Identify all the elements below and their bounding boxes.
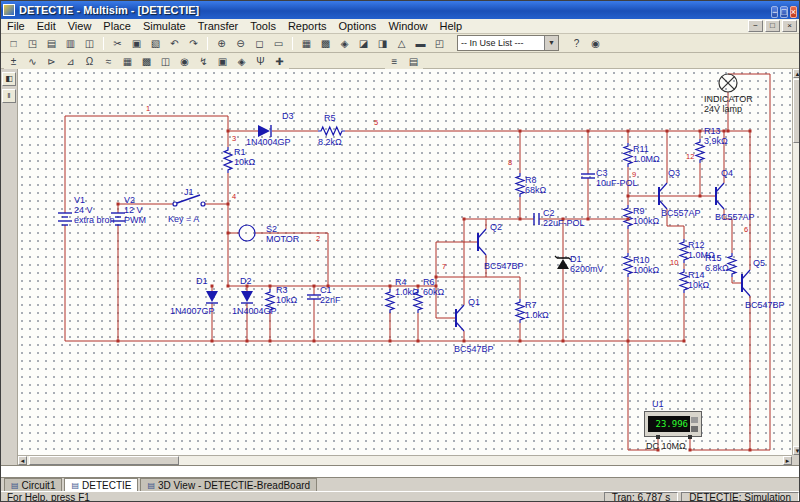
place-ttl-button[interactable]: ≈ [99,53,118,69]
zoom-in-button[interactable]: ⊕ [212,35,231,51]
menu-options[interactable]: Options [332,20,382,32]
in-use-list-dropdown-button[interactable]: ▼ [544,36,558,50]
redo-button[interactable]: ↷ [184,35,203,51]
menu-tools[interactable]: Tools [244,20,282,32]
component-label-s2[interactable]: S2MOTOR [266,224,299,244]
place-misc-digital-button[interactable]: ▩ [137,53,156,69]
component-label-q3[interactable]: Q3 [668,168,680,178]
new-button[interactable]: □ [4,35,23,51]
place-diode-button[interactable]: ⊳ [42,53,61,69]
scroll-left-arrow[interactable]: ◄ [18,456,27,465]
component-label-r7[interactable]: R71.0kΩ [525,300,549,320]
component-label-r13[interactable]: R133.9kΩ [704,126,728,146]
open-button[interactable]: ◳ [23,35,42,51]
place-analog-button[interactable]: Ω [80,53,99,69]
pause-button[interactable]: ‖ [2,89,16,103]
menu-help[interactable]: Help [434,20,469,32]
multimeter-positive-terminal[interactable] [656,435,660,439]
component-label-d3-value[interactable]: 1N4004GP [246,137,291,147]
place-power-button[interactable]: ↯ [194,53,213,69]
component-label-d3[interactable]: D3 [282,111,294,121]
close-button[interactable]: × [790,6,797,18]
help-button[interactable]: ? [567,35,586,51]
multimeter-u1[interactable]: 23.996 [644,411,702,437]
database-manager-button[interactable]: ▩ [316,35,335,51]
menu-place[interactable]: Place [97,20,137,32]
minimize-button[interactable]: − [771,6,778,18]
component-label-r14[interactable]: R1410kΩ [688,270,709,290]
multimeter-button[interactable] [691,417,698,423]
component-label-r8[interactable]: R868kΩ [525,175,546,195]
menu-reports[interactable]: Reports [282,20,333,32]
scroll-down-arrow[interactable]: ▼ [793,446,800,455]
component-label-u1[interactable]: U1 [652,399,664,409]
menu-file[interactable]: File [1,20,31,32]
component-label-r5[interactable]: R5 [324,113,336,123]
zoom-fit-button[interactable]: ▭ [269,35,288,51]
component-label-j1-key[interactable]: Key = A [168,214,199,224]
component-label-q2-value[interactable]: BC547BP [484,261,524,271]
schematic-canvas[interactable]: V124 Vextra bronV212 VPWMJ1Key = AS2MOTO… [18,69,792,455]
zoom-out-button[interactable]: ⊖ [231,35,250,51]
print-button[interactable]: ▥ [61,35,80,51]
component-label-r1[interactable]: R110kΩ [234,147,255,167]
print-preview-button[interactable]: ◫ [80,35,99,51]
undo-button[interactable]: ↶ [165,35,184,51]
design-toolbox-button[interactable]: ▦ [297,35,316,51]
component-label-q3-value[interactable]: BC557AP [661,208,701,218]
grapher-button[interactable]: ◪ [354,35,373,51]
scroll-up-arrow[interactable]: ▲ [793,69,800,78]
component-label-dz[interactable]: D16200mV [570,254,604,274]
tab-circuit1[interactable]: ▤Circuit1 [4,478,62,491]
component-label-v1[interactable]: V124 Vextra bron [74,195,115,225]
tab-3d-view-detectie-breadboard[interactable]: ▤3D View - DETECTIE-BreadBoard [140,478,317,491]
place-source-button[interactable]: ± [4,53,23,69]
copy-button[interactable]: ▣ [127,35,146,51]
menu-transfer[interactable]: Transfer [192,20,245,32]
vertical-scroll-thumb[interactable] [793,79,800,143]
menu-simulate[interactable]: Simulate [137,20,192,32]
horizontal-scrollbar[interactable]: ◄ ► [18,455,792,465]
component-label-q4[interactable]: Q4 [721,168,733,178]
menu-edit[interactable]: Edit [31,20,62,32]
component-label-d1[interactable]: D1 [196,276,208,286]
tab-detectie[interactable]: ▤DETECTIE [64,478,138,491]
maximize-button[interactable]: □ [780,6,787,18]
menu-window[interactable]: Window [382,20,433,32]
component-label-d2[interactable]: D2 [240,276,252,286]
simulate-switch-button[interactable]: ◉ [586,35,605,51]
save-button[interactable]: ▤ [42,35,61,51]
component-label-indicator[interactable]: INDICATOR24V lamp [704,94,753,114]
component-label-q1-value[interactable]: BC547BP [454,344,494,354]
place-rf-button[interactable]: Ψ [251,53,270,69]
postprocessor-button[interactable]: ◨ [373,35,392,51]
component-label-q2[interactable]: Q2 [490,222,502,232]
scroll-right-arrow[interactable]: ► [783,456,792,465]
component-label-d1-value[interactable]: 1N4007GP [170,306,215,316]
cut-button[interactable]: ✂ [108,35,127,51]
zoom-area-button[interactable]: ◻ [250,35,269,51]
vertical-scrollbar[interactable]: ▲ ▼ [792,69,800,455]
component-label-j1[interactable]: J1 [184,187,194,197]
component-wizard-button[interactable]: ◈ [335,35,354,51]
component-label-r3[interactable]: R310kΩ [276,285,297,305]
horizontal-scroll-thumb[interactable] [29,456,179,465]
child-close-button[interactable]: × [782,20,797,32]
component-label-c1[interactable]: C122nF [320,285,341,305]
child-minimize-button[interactable]: − [748,20,763,32]
component-label-q4-value[interactable]: BC557AP [715,212,755,222]
component-label-q1[interactable]: Q1 [468,297,480,307]
component-label-q5-value[interactable]: BC547BP [745,300,785,310]
component-label-q5[interactable]: Q5 [753,258,765,268]
place-electromechanical-button[interactable]: ✚ [270,53,289,69]
menu-view[interactable]: View [62,20,98,32]
component-label-r10[interactable]: R10100kΩ [633,255,659,275]
multimeter-button[interactable] [691,426,698,432]
component-label-d2-value[interactable]: 1N4004GP [232,306,277,316]
breadboard-view-button[interactable]: ▬ [411,35,430,51]
instruments-button[interactable]: ≡ [385,53,404,69]
component-label-r5-value[interactable]: 8.2kΩ [318,137,342,147]
capture-screen-button[interactable]: ◰ [430,35,449,51]
component-label-r4[interactable]: R41.0kΩ [395,277,419,297]
place-transistor-button[interactable]: ⊿ [61,53,80,69]
